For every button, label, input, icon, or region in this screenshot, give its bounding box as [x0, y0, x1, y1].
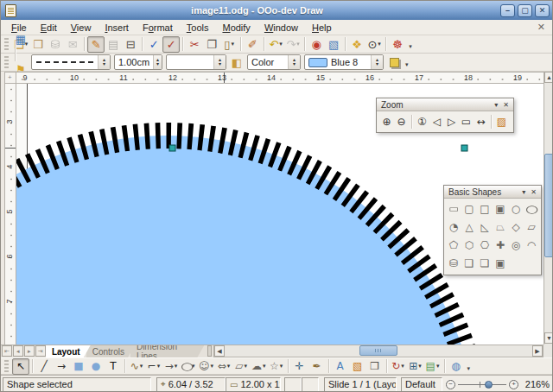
alignment-button[interactable]: ⊞▾: [407, 358, 424, 375]
arrange-button[interactable]: ▤▾: [424, 358, 442, 375]
block-arrows-button[interactable]: ⇔▾: [215, 358, 232, 375]
fill-color-select[interactable]: Blue 8 ▴▾: [304, 54, 384, 70]
zoom-in-button[interactable]: ⊕: [379, 114, 394, 130]
fontwork-gallery-button[interactable]: A: [332, 358, 349, 375]
help-button[interactable]: ☸: [389, 36, 406, 53]
dropdown-arrow-icon[interactable]: ▾: [418, 363, 422, 370]
scroll-left-button[interactable]: ◀: [214, 345, 225, 357]
zoom-floating-toolbar[interactable]: Zoom ▾ ✕ ⊕⊖①◁▷▭↔▨: [376, 98, 514, 133]
shape-cross-button[interactable]: ✚: [493, 237, 508, 253]
tab-scrollbar-splitter[interactable]: [207, 345, 212, 357]
toolbar-overflow-arrow[interactable]: ▾: [405, 61, 409, 68]
display-grid-toggle-button[interactable]: ▦: [12, 31, 29, 47]
shape-block-arc-button[interactable]: ◠: [524, 237, 539, 253]
dropdown-arrow-icon[interactable]: ▾: [263, 363, 266, 370]
dropdown-arrow-icon[interactable]: ▾: [436, 363, 440, 370]
undo-button[interactable]: ↶▾: [267, 36, 284, 53]
panel-menu-arrow-icon[interactable]: ▾: [522, 188, 525, 196]
next-page-button[interactable]: ▸: [24, 345, 35, 357]
menu-modify[interactable]: Modify: [215, 22, 257, 34]
dropdown-arrow-icon[interactable]: ▾: [227, 363, 231, 370]
first-page-button[interactable]: ⇤: [2, 345, 12, 357]
page-width-button[interactable]: ↔: [474, 114, 488, 130]
shape-rounded-square-button[interactable]: ▣: [493, 200, 508, 217]
shape-folded-corner-button[interactable]: ❏: [477, 255, 493, 271]
print-button[interactable]: ⊟: [122, 36, 139, 53]
cut-button[interactable]: ✂: [186, 36, 203, 53]
toolbar-grip[interactable]: [4, 56, 9, 69]
menu-help[interactable]: Help: [305, 22, 339, 34]
slide-info-cell[interactable]: Slide 1 / 1 (Layout): [324, 377, 397, 392]
dropdown-arrow-icon[interactable]: ▾: [231, 41, 234, 47]
text-button[interactable]: T: [105, 358, 122, 375]
zoom-out-button[interactable]: −: [446, 380, 455, 389]
shape-rectangle-button[interactable]: ▭: [446, 200, 461, 217]
shape-regular-pentagon-button[interactable]: ⬠: [446, 237, 461, 253]
shape-ring-button[interactable]: ◎: [508, 237, 524, 253]
lines-and-arrows-button[interactable]: →▾: [162, 358, 180, 375]
zoom-previous-button[interactable]: ◁: [429, 114, 444, 130]
shape-octagon-button[interactable]: ⎔: [477, 237, 493, 253]
shape-square-button[interactable]: □: [477, 200, 493, 217]
line-style-select[interactable]: ▴▾: [31, 54, 111, 70]
vertical-scrollbar-thumb[interactable]: [544, 154, 553, 257]
dropdown-arrow-icon[interactable]: ▾: [378, 41, 381, 47]
fill-type-select[interactable]: Color ▴▾: [247, 54, 301, 70]
rectangle-button[interactable]: ■: [70, 358, 87, 375]
line-color-select[interactable]: ▴▾: [166, 54, 226, 70]
dropdown-arrow-icon[interactable]: ▾: [401, 363, 404, 370]
scroll-up-button[interactable]: ▲: [544, 72, 553, 83]
spellcheck-button[interactable]: ✓: [145, 36, 162, 53]
shape-rounded-rectangle-button[interactable]: ▢: [461, 200, 477, 217]
minimize-button[interactable]: –: [500, 4, 515, 17]
shapes-panel-titlebar[interactable]: Basic Shapes ▾ ✕: [444, 186, 541, 199]
zoom-100-button[interactable]: ①: [415, 114, 429, 130]
menu-window[interactable]: Window: [257, 22, 305, 34]
gallery-button[interactable]: ▧: [325, 36, 342, 53]
shape-hexagon-button[interactable]: ⬡: [461, 237, 477, 253]
ruler-origin-box[interactable]: [4, 72, 16, 84]
dropdown-arrow-icon[interactable]: ▾: [157, 363, 161, 370]
vertical-ruler[interactable]: 34567: [4, 84, 16, 345]
horizontal-ruler[interactable]: 910111213141516171819: [16, 72, 543, 84]
toolbar-grip[interactable]: [4, 38, 9, 51]
menu-tools[interactable]: Tools: [180, 22, 216, 34]
selected-circle-shape[interactable]: [16, 136, 479, 345]
line-style-spinner[interactable]: ▴▾: [98, 55, 110, 69]
zoom-in-button[interactable]: +: [509, 380, 518, 389]
autospellcheck-button[interactable]: ✓: [162, 36, 180, 53]
close-document-button[interactable]: ✕: [532, 22, 550, 33]
toolbar-grip[interactable]: [4, 360, 9, 373]
menu-insert[interactable]: Insert: [98, 22, 136, 34]
display-grid-button[interactable]: ❖: [348, 36, 365, 53]
zoom-next-button[interactable]: ▷: [444, 114, 459, 130]
arrow-button[interactable]: →: [53, 358, 70, 375]
curve-button[interactable]: ∿▾: [128, 358, 145, 375]
horizontal-scrollbar[interactable]: ◀ ▶: [213, 345, 543, 357]
panel-close-icon[interactable]: ✕: [531, 188, 537, 196]
close-button[interactable]: ✕: [535, 4, 550, 17]
edit-points-button[interactable]: ✛: [291, 358, 308, 375]
entire-page-button[interactable]: ▭: [459, 114, 474, 130]
open-button[interactable]: ❒: [29, 36, 47, 53]
paste-button[interactable]: ▯▾: [220, 36, 238, 53]
previous-page-button[interactable]: ◂: [13, 345, 23, 357]
zoom-slider[interactable]: − +: [446, 380, 518, 389]
symbol-shapes-button[interactable]: ☺▾: [197, 358, 215, 375]
basic-shapes-floating-toolbar[interactable]: Basic Shapes ▾ ✕ ▭▢□▣○○◔△◺⏢◇▱⬠⬡⎔✚◎◠⛁❑❏▣: [443, 185, 542, 275]
scroll-right-button[interactable]: ▶: [532, 345, 543, 357]
optimal-view-button[interactable]: ▨: [494, 114, 509, 130]
tab-layout[interactable]: Layout: [46, 345, 91, 357]
shape-circle-pie-button[interactable]: ◔: [446, 218, 461, 235]
select-button[interactable]: ↖: [12, 358, 29, 375]
dropdown-arrow-icon[interactable]: ▾: [140, 363, 143, 370]
dropdown-arrow-icon[interactable]: ▾: [296, 41, 300, 47]
edit-file-button[interactable]: ✎: [87, 36, 105, 53]
shape-parallelogram-button[interactable]: ▱: [524, 218, 539, 235]
shape-right-triangle-button[interactable]: ◺: [477, 218, 493, 235]
rotate-button[interactable]: ↻▾: [390, 358, 407, 375]
panel-menu-arrow-icon[interactable]: ▾: [494, 101, 498, 109]
callouts-button[interactable]: ☁▾: [250, 358, 268, 375]
dropdown-arrow-icon[interactable]: ▾: [244, 363, 247, 370]
menu-format[interactable]: Format: [136, 22, 180, 34]
